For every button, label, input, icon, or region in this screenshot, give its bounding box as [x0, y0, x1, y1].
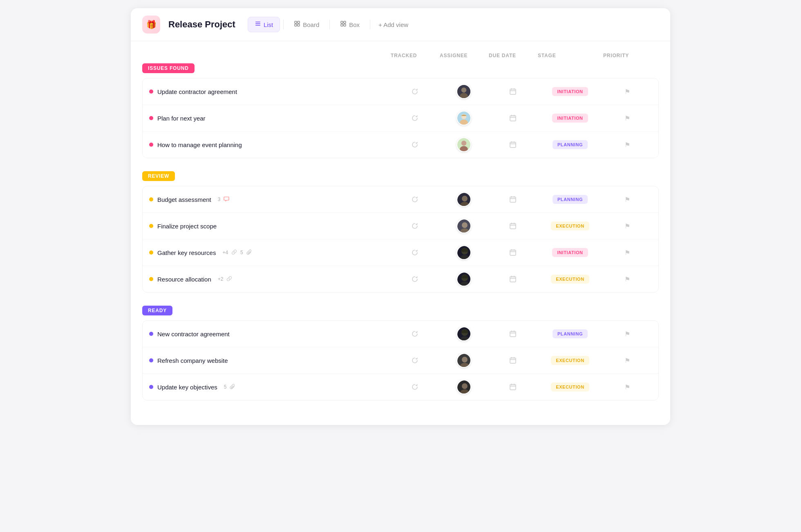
tab-list[interactable]: List: [248, 17, 280, 32]
tracked-cell[interactable]: [390, 196, 439, 203]
tab-board[interactable]: Board: [287, 17, 326, 32]
priority-cell[interactable]: ⚑: [603, 357, 652, 364]
task-name[interactable]: Refresh company website: [157, 357, 228, 364]
stage-cell: EXECUTION: [537, 382, 603, 391]
table-row: Gather key resources +4 5: [143, 239, 658, 266]
svg-point-48: [462, 383, 468, 389]
tab-board-label: Board: [303, 21, 319, 28]
svg-point-20: [461, 141, 466, 145]
tracked-cell[interactable]: [390, 88, 439, 95]
task-name-cell: Resource allocation +2: [149, 276, 390, 283]
task-name[interactable]: Budget assessment: [157, 196, 211, 203]
assignee-cell[interactable]: [439, 219, 488, 233]
task-name[interactable]: How to manage event planning: [157, 141, 242, 148]
task-name[interactable]: Resource allocation: [157, 276, 211, 283]
priority-cell[interactable]: ⚑: [603, 141, 652, 149]
task-dot: [149, 358, 153, 362]
due-date-cell[interactable]: [488, 330, 537, 338]
avatar: [456, 353, 471, 368]
assignee-cell[interactable]: [439, 137, 488, 152]
priority-cell[interactable]: ⚑: [603, 196, 652, 203]
stage-badge: PLANNING: [553, 329, 588, 338]
priority-cell[interactable]: ⚑: [603, 88, 652, 96]
table-row: Update key objectives 5: [143, 374, 658, 400]
due-date-cell[interactable]: [488, 222, 537, 230]
tracked-cell[interactable]: [390, 330, 439, 338]
task-name[interactable]: Update contractor agreement: [157, 88, 237, 95]
task-name-cell: Finalize project scope: [149, 223, 390, 230]
priority-cell[interactable]: ⚑: [603, 330, 652, 338]
due-date-cell[interactable]: [488, 88, 537, 95]
nav-tabs: List Board: [248, 17, 413, 32]
priority-cell[interactable]: ⚑: [603, 249, 652, 257]
task-name[interactable]: Gather key resources: [157, 249, 216, 256]
due-date-cell[interactable]: [488, 275, 537, 283]
svg-rect-26: [510, 197, 516, 202]
assignee-cell[interactable]: [439, 326, 488, 341]
due-date-cell[interactable]: [488, 249, 537, 256]
svg-rect-14: [510, 89, 516, 94]
stage-badge: EXECUTION: [551, 221, 589, 230]
col-due-date: DUE DATE: [489, 53, 538, 58]
due-date-cell[interactable]: [488, 196, 537, 203]
badge-review: REVIEW: [142, 171, 175, 181]
assignee-cell[interactable]: [439, 380, 488, 394]
meta-clip-count: 5: [240, 250, 243, 255]
task-name[interactable]: Plan for next year: [157, 115, 206, 122]
col-assignee: ASSIGNEE: [440, 53, 489, 58]
task-name[interactable]: Finalize project scope: [157, 223, 217, 230]
stage-badge: EXECUTION: [551, 382, 589, 391]
due-date-cell[interactable]: [488, 114, 537, 122]
assignee-cell[interactable]: [439, 192, 488, 207]
due-date-cell[interactable]: [488, 383, 537, 391]
assignee-cell[interactable]: [439, 84, 488, 99]
svg-rect-2: [255, 25, 260, 26]
stage-badge: PLANNING: [553, 140, 588, 149]
app-icon-symbol: 🎁: [146, 20, 157, 29]
section-issues-found: ISSUES FOUND Update contractor agreement: [142, 63, 659, 158]
col-stage: STAGE: [538, 53, 603, 58]
task-name[interactable]: New contractor agreement: [157, 331, 230, 338]
tracked-cell[interactable]: [390, 275, 439, 283]
add-view-button[interactable]: + Add view: [374, 18, 413, 31]
tracked-cell[interactable]: [390, 141, 439, 148]
svg-rect-8: [344, 21, 346, 23]
task-dot: [149, 224, 153, 228]
svg-rect-10: [344, 24, 346, 26]
priority-cell[interactable]: ⚑: [603, 383, 652, 391]
stage-cell: EXECUTION: [537, 275, 603, 284]
comment-icon: [224, 196, 229, 203]
svg-point-44: [462, 357, 468, 362]
svg-rect-0: [255, 22, 260, 22]
tracked-cell[interactable]: [390, 249, 439, 256]
task-name[interactable]: Update key objectives: [157, 384, 217, 391]
priority-cell[interactable]: ⚑: [603, 222, 652, 230]
assignee-cell[interactable]: [439, 353, 488, 368]
svg-rect-18: [510, 116, 516, 121]
avatar: [456, 272, 471, 286]
app-container: 🎁 Release Project List: [131, 8, 670, 425]
flag-icon: ⚑: [624, 114, 630, 122]
assignee-cell[interactable]: [439, 272, 488, 286]
box-icon: [340, 20, 347, 29]
due-date-cell[interactable]: [488, 141, 537, 148]
assignee-cell[interactable]: [439, 111, 488, 125]
stage-cell: INITIATION: [537, 87, 603, 96]
stage-cell: EXECUTION: [537, 221, 603, 230]
priority-cell[interactable]: ⚑: [603, 114, 652, 122]
tab-box[interactable]: Box: [333, 17, 367, 32]
tracked-cell[interactable]: [390, 222, 439, 230]
tracked-cell[interactable]: [390, 383, 439, 391]
due-date-cell[interactable]: [488, 357, 537, 364]
svg-point-21: [460, 146, 468, 152]
task-list-review: Budget assessment 3: [142, 186, 659, 293]
avatar-img: [457, 138, 470, 151]
tracked-cell[interactable]: [390, 114, 439, 122]
svg-point-24: [462, 196, 468, 201]
stage-cell: INITIATION: [537, 248, 603, 257]
tracked-cell[interactable]: [390, 357, 439, 364]
board-icon: [294, 20, 300, 29]
avatar: [456, 84, 471, 99]
assignee-cell[interactable]: [439, 245, 488, 260]
priority-cell[interactable]: ⚑: [603, 275, 652, 283]
